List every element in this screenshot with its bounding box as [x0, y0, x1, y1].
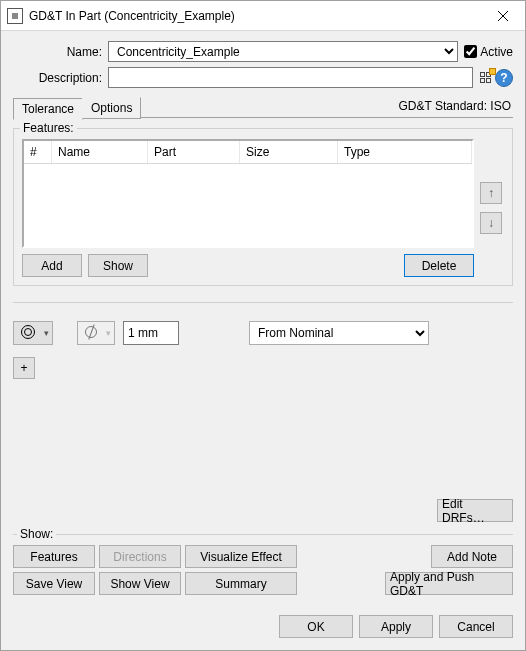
move-up-button[interactable]: ↑	[480, 182, 502, 204]
grid-settings-button[interactable]	[477, 68, 495, 88]
edit-drfs-button[interactable]: Edit DRFs…	[437, 499, 513, 522]
tab-strip: Tolerance Options GD&T Standard: ISO	[13, 97, 513, 120]
show-group: Show: Features Directions Visualize Effe…	[13, 534, 513, 607]
cancel-button[interactable]: Cancel	[439, 615, 513, 638]
show-view-button[interactable]: Show View	[99, 572, 181, 595]
down-arrow-icon: ↓	[488, 216, 494, 230]
chevron-down-icon: ▾	[44, 328, 49, 338]
add-button[interactable]: Add	[22, 254, 82, 277]
summary-button[interactable]: Summary	[185, 572, 297, 595]
reorder-arrows: ↑ ↓	[480, 139, 504, 277]
up-arrow-icon: ↑	[488, 186, 494, 200]
col-size[interactable]: Size	[240, 141, 338, 163]
concentricity-icon	[20, 324, 38, 342]
apply-button[interactable]: Apply	[359, 615, 433, 638]
modifier-dropdown[interactable]: ▾	[77, 321, 115, 345]
ok-button[interactable]: OK	[279, 615, 353, 638]
window-title: GD&T In Part (Concentricity_Example)	[29, 9, 481, 23]
save-view-button[interactable]: Save View	[13, 572, 95, 595]
name-row: Name: Concentricity_Example Active	[13, 41, 513, 62]
active-checkbox[interactable]	[464, 45, 477, 58]
description-label: Description:	[13, 71, 108, 85]
delete-button[interactable]: Delete	[404, 254, 474, 277]
tab-options[interactable]: Options	[82, 97, 141, 119]
table-header: # Name Part Size Type	[24, 141, 472, 164]
col-type[interactable]: Type	[338, 141, 472, 163]
show-row-2: Save View Show View Summary Apply and Pu…	[13, 572, 513, 595]
dialog-footer: OK Apply Cancel	[1, 607, 525, 650]
show-row-1: Features Directions Visualize Effect Add…	[13, 545, 513, 568]
col-part[interactable]: Part	[148, 141, 240, 163]
help-icon: ?	[495, 69, 513, 87]
symbol-dropdown[interactable]: ▾	[13, 321, 53, 345]
close-icon	[498, 11, 508, 21]
tolerance-value-input[interactable]	[123, 321, 179, 345]
description-row: Description: ?	[13, 67, 513, 88]
show-button[interactable]: Show	[88, 254, 148, 277]
grid-icon	[477, 69, 495, 87]
chevron-down-icon: ▾	[106, 328, 111, 338]
active-text: Active	[480, 45, 513, 59]
features-legend: Features:	[20, 121, 77, 135]
datum-source-select[interactable]: From Nominal	[249, 321, 429, 345]
app-icon	[7, 8, 23, 24]
diameter-icon	[84, 325, 100, 341]
features-button[interactable]: Features	[13, 545, 95, 568]
show-legend: Show:	[17, 527, 56, 541]
move-down-button[interactable]: ↓	[480, 212, 502, 234]
tolerance-panel: Features: # Name Part Size Type Add Sh	[13, 120, 513, 522]
tolerance-controls: ▾ ▾ From Nominal	[13, 321, 513, 345]
active-checkbox-label[interactable]: Active	[464, 45, 513, 59]
content-area: Name: Concentricity_Example Active Descr…	[1, 31, 525, 607]
features-table[interactable]: # Name Part Size Type	[22, 139, 474, 248]
dialog-window: GD&T In Part (Concentricity_Example) Nam…	[0, 0, 526, 651]
directions-button: Directions	[99, 545, 181, 568]
add-tolerance-button[interactable]: +	[13, 357, 35, 379]
description-input[interactable]	[108, 67, 473, 88]
features-group: Features: # Name Part Size Type Add Sh	[13, 128, 513, 286]
col-num[interactable]: #	[24, 141, 52, 163]
standard-label: GD&T Standard: ISO	[140, 99, 513, 118]
edit-drf-row: Edit DRFs…	[13, 491, 513, 522]
separator	[13, 302, 513, 303]
close-button[interactable]	[481, 1, 525, 31]
col-name[interactable]: Name	[52, 141, 148, 163]
title-bar[interactable]: GD&T In Part (Concentricity_Example)	[1, 1, 525, 31]
help-button[interactable]: ?	[495, 68, 513, 88]
tab-tolerance[interactable]: Tolerance	[13, 98, 83, 120]
name-select[interactable]: Concentricity_Example	[108, 41, 458, 62]
add-note-button[interactable]: Add Note	[431, 545, 513, 568]
feature-buttons: Add Show Delete	[22, 254, 474, 277]
visualize-effect-button[interactable]: Visualize Effect	[185, 545, 297, 568]
name-label: Name:	[13, 45, 108, 59]
apply-push-button[interactable]: Apply and Push GD&T	[385, 572, 513, 595]
